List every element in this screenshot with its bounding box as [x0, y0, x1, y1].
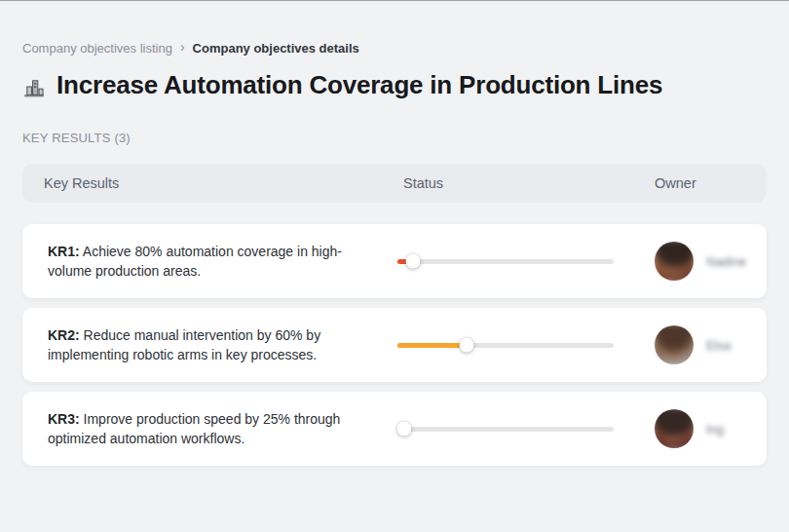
- status-cell: [397, 259, 655, 264]
- owner-name: Nadine: [706, 254, 746, 269]
- progress-slider[interactable]: [397, 343, 614, 348]
- kr-label: KR1:: [48, 244, 80, 259]
- kr-label: KR2:: [48, 327, 80, 343]
- avatar: [655, 409, 694, 448]
- progress-knob[interactable]: [396, 422, 411, 437]
- objective-details-page: Company objectives listing › Company obj…: [0, 40, 789, 466]
- chevron-right-icon: ›: [180, 40, 185, 56]
- breadcrumb-item-listing[interactable]: Company objectives listing: [22, 41, 172, 56]
- status-cell: [397, 343, 655, 348]
- column-header-key-results: Key Results: [22, 175, 397, 191]
- title-row: Increase Automation Coverage in Producti…: [22, 70, 767, 100]
- kr-description: KR2: Reduce manual intervention by 60% b…: [22, 325, 397, 364]
- table-header: Key Results Status Owner: [22, 164, 767, 203]
- key-results-list: KR1: Achieve 80% automation coverage in …: [22, 224, 767, 466]
- progress-slider[interactable]: [397, 427, 614, 432]
- key-result-row-kr3[interactable]: KR3: Improve production speed by 25% thr…: [22, 392, 767, 466]
- progress-knob[interactable]: [460, 338, 474, 353]
- kr-text: Reduce manual intervention by 60% by imp…: [48, 327, 320, 362]
- column-header-status: Status: [397, 175, 655, 191]
- buildings-chart-icon: [22, 76, 46, 99]
- owner-name: Ing: [706, 422, 724, 437]
- key-results-count-label: KEY RESULTS (3): [22, 131, 767, 145]
- owner-cell: Ing: [655, 409, 767, 448]
- kr-text: Improve production speed by 25% through …: [48, 411, 340, 446]
- kr-text: Achieve 80% automation coverage in high-…: [48, 244, 342, 279]
- progress-slider[interactable]: [397, 259, 614, 264]
- kr-label: KR3:: [48, 411, 80, 427]
- kr-description: KR3: Improve production speed by 25% thr…: [22, 409, 397, 448]
- avatar: [655, 325, 694, 364]
- breadcrumb: Company objectives listing › Company obj…: [22, 40, 767, 56]
- column-header-owner: Owner: [655, 175, 767, 191]
- avatar: [655, 242, 694, 281]
- progress-fill: [397, 343, 467, 348]
- owner-name: Elsa: [706, 338, 731, 353]
- owner-cell: Elsa: [655, 325, 767, 364]
- owner-cell: Nadine: [655, 242, 767, 281]
- key-result-row-kr2[interactable]: KR2: Reduce manual intervention by 60% b…: [22, 308, 767, 382]
- kr-description: KR1: Achieve 80% automation coverage in …: [22, 242, 397, 281]
- page-title: Increase Automation Coverage in Producti…: [56, 70, 662, 100]
- status-cell: [397, 427, 655, 432]
- breadcrumb-item-details: Company objectives details: [193, 41, 359, 56]
- key-result-row-kr1[interactable]: KR1: Achieve 80% automation coverage in …: [22, 224, 767, 298]
- progress-knob[interactable]: [405, 254, 420, 269]
